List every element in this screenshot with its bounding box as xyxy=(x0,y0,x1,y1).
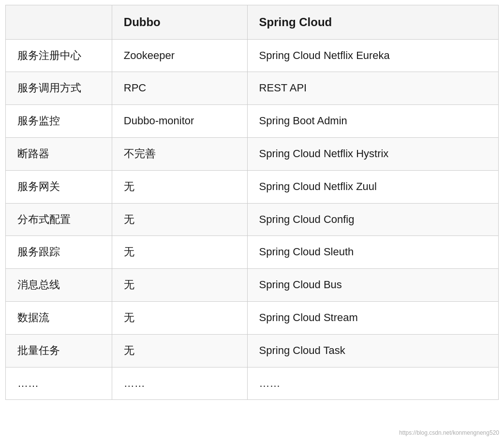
header-feature xyxy=(6,5,112,40)
cell-dubbo: 无 xyxy=(112,301,247,334)
table-row: 分布式配置无Spring Cloud Config xyxy=(6,203,499,236)
cell-feature: 分布式配置 xyxy=(6,203,112,236)
cell-feature: 服务注册中心 xyxy=(6,39,112,72)
cell-feature: 服务调用方式 xyxy=(6,72,112,105)
cell-dubbo: RPC xyxy=(112,72,247,105)
table-row: 断路器不完善Spring Cloud Netflix Hystrix xyxy=(6,137,499,170)
cell-feature: 消息总线 xyxy=(6,269,112,302)
table-row: 服务注册中心ZookeeperSpring Cloud Netflix Eure… xyxy=(6,39,499,72)
cell-spring: REST API xyxy=(247,72,498,105)
cell-dubbo: 无 xyxy=(112,203,247,236)
table-row: ……………… xyxy=(6,367,499,400)
cell-spring: Spring Cloud Stream xyxy=(247,301,498,334)
cell-dubbo: Zookeeper xyxy=(112,39,247,72)
table-row: 服务网关无Spring Cloud Netflix Zuul xyxy=(6,170,499,203)
watermark: https://blog.csdn.net/konmengneng520 xyxy=(399,429,499,436)
cell-feature: 数据流 xyxy=(6,301,112,334)
table-row: 数据流无Spring Cloud Stream xyxy=(6,301,499,334)
table-row: 消息总线无Spring Cloud Bus xyxy=(6,269,499,302)
cell-feature: 批量任务 xyxy=(6,334,112,367)
cell-spring: Spring Cloud Netflix Hystrix xyxy=(247,137,498,170)
comparison-table: Dubbo Spring Cloud 服务注册中心ZookeeperSpring… xyxy=(5,5,499,400)
cell-spring: Spring Cloud Bus xyxy=(247,269,498,302)
table-row: 服务监控Dubbo-monitorSpring Boot Admin xyxy=(6,105,499,138)
cell-spring: Spring Cloud Netflix Zuul xyxy=(247,170,498,203)
table-row: 服务调用方式RPCREST API xyxy=(6,72,499,105)
cell-dubbo: 无 xyxy=(112,236,247,269)
cell-spring: Spring Cloud Task xyxy=(247,334,498,367)
cell-dubbo: 无 xyxy=(112,170,247,203)
cell-feature: …… xyxy=(6,367,112,400)
cell-dubbo: …… xyxy=(112,367,247,400)
table-row: 服务跟踪无Spring Cloud Sleuth xyxy=(6,236,499,269)
table-header-row: Dubbo Spring Cloud xyxy=(6,5,499,40)
cell-feature: 服务监控 xyxy=(6,105,112,138)
cell-spring: …… xyxy=(247,367,498,400)
cell-spring: Spring Boot Admin xyxy=(247,105,498,138)
cell-dubbo: Dubbo-monitor xyxy=(112,105,247,138)
cell-spring: Spring Cloud Config xyxy=(247,203,498,236)
cell-dubbo: 不完善 xyxy=(112,137,247,170)
header-spring: Spring Cloud xyxy=(247,5,498,40)
cell-feature: 断路器 xyxy=(6,137,112,170)
header-dubbo: Dubbo xyxy=(112,5,247,40)
cell-spring: Spring Cloud Netflix Eureka xyxy=(247,39,498,72)
cell-dubbo: 无 xyxy=(112,269,247,302)
cell-feature: 服务网关 xyxy=(6,170,112,203)
cell-feature: 服务跟踪 xyxy=(6,236,112,269)
cell-spring: Spring Cloud Sleuth xyxy=(247,236,498,269)
table-row: 批量任务无Spring Cloud Task xyxy=(6,334,499,367)
cell-dubbo: 无 xyxy=(112,334,247,367)
